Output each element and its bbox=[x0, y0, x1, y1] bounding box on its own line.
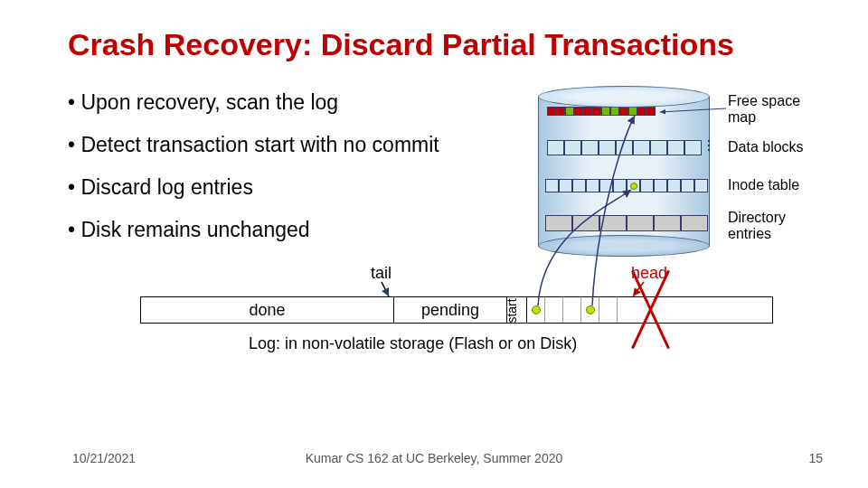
label-data-blocks: Data blocks bbox=[728, 139, 804, 155]
bullet-2: • Detect transaction start with no commi… bbox=[68, 133, 439, 157]
log-bar: done pending start bbox=[140, 296, 773, 324]
arrows-overlay bbox=[0, 0, 868, 488]
label-inode-table: Inode table bbox=[728, 177, 799, 193]
ellipsis-icon: … bbox=[704, 138, 721, 153]
free-space-map-row bbox=[547, 107, 656, 116]
label-tail: tail bbox=[371, 264, 392, 283]
log-segment-pending: pending bbox=[394, 297, 507, 323]
log-cells bbox=[527, 297, 618, 323]
label-free-space-map: Free spacemap bbox=[728, 93, 800, 127]
x-mark-icon bbox=[624, 271, 678, 348]
bullet-3: • Discard log entries bbox=[68, 175, 253, 200]
log-caption: Log: in non-volatile storage (Flash or o… bbox=[249, 334, 577, 353]
footer-center: Kumar CS 162 at UC Berkeley, Summer 2020 bbox=[0, 451, 868, 465]
bullet-4: • Disk remains unchanged bbox=[68, 218, 310, 242]
data-blocks-row bbox=[547, 140, 702, 155]
label-directory-entries: Directoryentries bbox=[728, 210, 786, 243]
inode-table-row bbox=[545, 179, 708, 192]
log-segment-done: done bbox=[141, 297, 394, 323]
bullet-1: • Upon recovery, scan the log bbox=[68, 90, 338, 115]
slide-title: Crash Recovery: Discard Partial Transact… bbox=[68, 27, 734, 62]
log-segment-start: start bbox=[507, 297, 527, 323]
directory-entries-row bbox=[545, 215, 708, 231]
footer-page: 15 bbox=[808, 451, 823, 465]
